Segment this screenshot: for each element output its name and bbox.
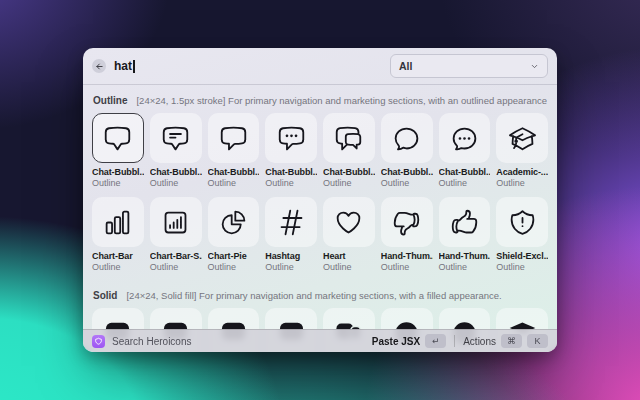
icon-tile[interactable] [265,197,317,247]
icon-result-chat-bubble-left-right[interactable]: Chat-Bubbl... Outline [323,113,375,188]
icon-style: Outline [323,262,375,272]
arrow-left-icon [95,62,104,71]
icon-style: Outline [92,178,144,188]
icon-name: Chat-Bubbl... [265,167,317,177]
footer-divider [454,335,455,347]
shield-exclamation-icon [508,208,537,237]
heroicons-shield-icon [94,337,103,346]
icon-tile-selected[interactable] [92,113,144,163]
icon-tile[interactable] [265,113,317,163]
return-key[interactable]: ↵ [425,334,446,348]
style-filter-dropdown[interactable]: All [390,54,548,78]
text-caret [133,60,135,73]
hand-thumb-up-icon [450,208,479,237]
icon-style: Outline [208,262,260,272]
icon-tile[interactable] [92,197,144,247]
search-input[interactable]: hat [114,59,132,73]
icon-result-chat-bubble-left-ellipsis[interactable]: Chat-Bubbl... Outline [265,113,317,188]
chevron-down-icon [530,62,539,71]
icon-result-heart[interactable]: Heart Outline [323,197,375,272]
icon-tile[interactable] [208,113,260,163]
icon-tile[interactable] [150,113,202,163]
icon-tile[interactable] [439,113,491,163]
chart-bar-square-icon [161,208,190,237]
icon-result-hand-thumb-up[interactable]: Hand-Thum... Outline [439,197,491,272]
icon-style: Outline [439,178,491,188]
desktop-background: hat All Outline [24×24, 1.5px stroke] Fo… [0,0,640,400]
icon-name: Chat-Bubbl... [150,167,202,177]
icon-style: Outline [323,178,375,188]
icon-result-chart-pie[interactable]: Chart-Pie Outline [208,197,260,272]
icon-name: Shield-Excl... [496,251,548,261]
icon-result-hand-thumb-down[interactable]: Hand-Thum... Outline [381,197,433,272]
icon-result-chat-bubble-bottom-center[interactable]: Chat-Bubbl... Outline [92,113,144,188]
icon-name: Hashtag [265,251,317,261]
icon-result-academic-cap[interactable]: Academic-... Outline [496,113,548,188]
paste-jsx-action[interactable]: Paste JSX [372,336,420,347]
icon-tile[interactable] [381,197,433,247]
icon-result-chat-bubble-oval-left-ellipsis[interactable]: Chat-Bubbl... Outline [439,113,491,188]
section-title: Solid [93,290,117,301]
icon-tile[interactable] [439,197,491,247]
style-filter-value: All [399,60,412,72]
hand-thumb-down-icon [392,208,421,237]
icon-name: Academic-... [496,167,548,177]
icon-tile[interactable] [208,197,260,247]
command-bar: Search Heroicons Paste JSX ↵ Actions ⌘ K [83,329,557,352]
icon-name: Chat-Bubbl... [323,167,375,177]
chart-bar-icon [103,208,132,237]
chat-bubble-left-ellipsis-icon [277,124,306,153]
icon-name: Chart-Bar [92,251,144,261]
chat-bubble-bottom-center-text-icon [161,124,190,153]
back-button[interactable] [92,59,106,73]
k-key[interactable]: K [527,334,548,348]
icon-tile[interactable] [150,197,202,247]
icon-name: Heart [323,251,375,261]
command-bar-brand: Search Heroicons [112,336,191,347]
outline-icon-grid: Chat-Bubbl... Outline Chat-Bubbl... Outl… [92,113,548,281]
chat-bubble-left-icon [219,124,248,153]
icon-tile[interactable] [496,197,548,247]
icon-style: Outline [265,178,317,188]
icon-result-chat-bubble-left[interactable]: Chat-Bubbl... Outline [208,113,260,188]
actions-menu[interactable]: Actions [463,336,496,347]
icon-tile[interactable] [323,197,375,247]
icon-result-shield-exclamation[interactable]: Shield-Excl... Outline [496,197,548,272]
heroicons-search-palette: hat All Outline [24×24, 1.5px stroke] Fo… [83,48,557,352]
command-key[interactable]: ⌘ [501,334,522,348]
icon-result-chat-bubble-bottom-center-text[interactable]: Chat-Bubbl... Outline [150,113,202,188]
icon-name: Chat-Bubbl... [208,167,260,177]
icon-style: Outline [381,262,433,272]
icon-name: Hand-Thum... [381,251,433,261]
heart-icon [334,208,363,237]
chat-bubble-oval-left-ellipsis-icon [450,124,479,153]
section-title: Outline [93,95,127,106]
icon-name: Chat-Bubbl... [92,167,144,177]
icon-name: Chart-Pie [208,251,260,261]
heroicons-logo [92,335,105,348]
icon-style: Outline [150,178,202,188]
icon-result-chart-bar-square[interactable]: Chart-Bar-S... Outline [150,197,202,272]
icon-style: Outline [496,262,548,272]
icon-tile[interactable] [323,113,375,163]
icon-tile[interactable] [381,113,433,163]
icon-result-hashtag[interactable]: Hashtag Outline [265,197,317,272]
icon-style: Outline [381,178,433,188]
icon-name: Chart-Bar-S... [150,251,202,261]
results-area: Outline [24×24, 1.5px stroke] For primar… [83,85,557,352]
icon-style: Outline [150,262,202,272]
icon-result-chart-bar[interactable]: Chart-Bar Outline [92,197,144,272]
icon-name: Hand-Thum... [439,251,491,261]
icon-style: Outline [208,178,260,188]
icon-style: Outline [496,178,548,188]
icon-tile[interactable] [496,113,548,163]
hashtag-icon [277,208,306,237]
chat-bubble-left-right-icon [334,124,363,153]
icon-name: Chat-Bubbl... [381,167,433,177]
icon-style: Outline [92,262,144,272]
icon-result-chat-bubble-oval-left[interactable]: Chat-Bubbl... Outline [381,113,433,188]
section-description: [24×24, 1.5px stroke] For primary naviga… [136,95,547,106]
section-header-outline: Outline [24×24, 1.5px stroke] For primar… [93,95,547,106]
academic-cap-icon [508,124,537,153]
chart-pie-icon [219,208,248,237]
